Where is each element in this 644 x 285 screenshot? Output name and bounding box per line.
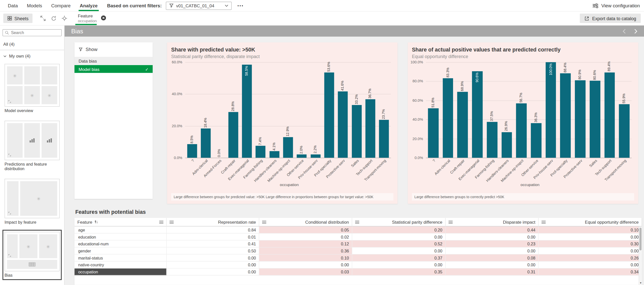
bar-Farming-fishing[interactable] (256, 146, 266, 158)
column-header-equal-opportunity-difference[interactable]: Equal opportunity difference (539, 218, 642, 226)
bar-Priv-house-serv[interactable] (546, 62, 556, 158)
sheet-card-predictions[interactable]: Predictions and feature distribution (3, 118, 62, 173)
close-tab-icon[interactable] (101, 15, 106, 20)
bar-Machine-op-inspct[interactable] (283, 137, 293, 158)
plot-area[interactable]: 8.5%18.4%0.0%28.8%58.5%7.4%4.1%12.9%2.0%… (185, 62, 391, 158)
bar-?[interactable] (187, 144, 197, 158)
bar-Sales[interactable] (352, 105, 361, 158)
export-data-button[interactable]: Export data to catalog (580, 14, 640, 23)
column-header-feature[interactable]: Feature (74, 218, 166, 226)
tab-compare[interactable]: Compare (47, 0, 75, 11)
sheet-card-bias[interactable]: Bias (3, 230, 62, 280)
bar-Craft-repair[interactable] (228, 112, 238, 158)
tab-data[interactable]: Data (3, 0, 22, 11)
sheet-card-model-overview[interactable]: Model overview (3, 62, 62, 115)
next-sheet-icon[interactable] (634, 29, 637, 34)
object-corner-icon (8, 153, 11, 156)
sheets-button-label: Sheets (14, 16, 29, 21)
feature-cell[interactable]: occupation (74, 269, 166, 276)
tab-analyze[interactable]: Analyze (75, 0, 102, 11)
feature-tab[interactable]: Feature occupation (75, 12, 110, 25)
previous-sheet-icon[interactable] (623, 29, 626, 34)
bar-Handlers-cleaners[interactable] (269, 151, 279, 158)
bar-Transport-moving[interactable] (619, 104, 630, 158)
sheet-thumbnail (5, 64, 60, 107)
column-menu-icon[interactable] (170, 221, 174, 223)
feature-cell[interactable]: educational-num (74, 241, 166, 248)
fit-to-screen-icon[interactable] (38, 14, 47, 23)
target-tool-icon[interactable] (60, 14, 69, 23)
bar-value-label: 80.9% (578, 70, 582, 80)
bar-Priv-house-serv[interactable] (311, 154, 320, 158)
bar-Handlers-cleaners[interactable] (501, 132, 512, 158)
bar-Exec-managerial[interactable] (472, 71, 483, 158)
value-cell: 0.52 (352, 241, 445, 248)
sliders-icon (593, 3, 598, 8)
chart-placeholder-icon (37, 195, 41, 202)
table-row-native-country[interactable]: native-country0.000.000.000.000.00 (74, 262, 642, 269)
bar-Tech-support[interactable] (604, 72, 615, 158)
table-scrollbar[interactable]: ▼ (639, 226, 642, 285)
bar-Protective-serv[interactable] (575, 81, 585, 158)
sheet-label: Model overview (5, 108, 60, 113)
column-header-disparate-impact[interactable]: Disparate impact (446, 218, 539, 226)
refresh-icon[interactable] (49, 14, 58, 23)
scrollbar-down-arrow[interactable]: ▼ (639, 282, 642, 284)
group-my-own[interactable]: My own (4) (3, 54, 62, 62)
sheets-button[interactable]: Sheets (3, 14, 33, 23)
column-menu-icon[interactable] (262, 221, 266, 223)
bar-Exec-managerial[interactable] (242, 65, 252, 158)
table-row-marital-status[interactable]: marital-status0.000.100.370.080.26 (74, 254, 642, 262)
bar-Prof-specialty[interactable] (560, 73, 571, 158)
show-item-model-bias[interactable]: Model bias (74, 65, 153, 73)
bar-Protective-serv[interactable] (338, 91, 348, 158)
export-icon (584, 16, 589, 21)
bar-Machine-op-inspct[interactable] (516, 103, 527, 158)
search-box[interactable] (3, 29, 62, 36)
feature-cell[interactable]: native-country (74, 262, 166, 269)
more-options-button[interactable]: ••• (237, 4, 244, 8)
bar-Adm-clerical[interactable] (201, 128, 211, 158)
column-menu-icon[interactable] (159, 221, 163, 223)
table-row-gender[interactable]: gender0.500.360.000.000.00 (74, 247, 642, 254)
y-axis-labels: 0.0%20.0%40.0%60.0% (171, 62, 185, 158)
bar-Other-service[interactable] (531, 123, 541, 158)
column-menu-icon[interactable] (355, 221, 359, 223)
table-row-occupation[interactable]: occupation0.000.030.350.310.34 (74, 269, 642, 276)
value-cell: 0.00 (167, 254, 259, 262)
sheet-card-impact-by-feature[interactable]: Impact by feature (3, 176, 62, 226)
view-configuration-label: View configuration (601, 3, 640, 8)
column-menu-icon[interactable] (449, 221, 453, 223)
sheets-filter-all[interactable]: All (4) (3, 41, 62, 50)
bar-Sales[interactable] (590, 81, 600, 158)
column-header-representation-rate[interactable]: Representation rate (167, 218, 259, 226)
bar-Adm-clerical[interactable] (443, 78, 453, 158)
table-row-education[interactable]: education0.010.020.000.000.00 (74, 234, 642, 241)
view-configuration-button[interactable]: View configuration (593, 3, 640, 8)
show-item-data-bias[interactable]: Data bias (74, 57, 153, 65)
bar-Prof-specialty[interactable] (324, 72, 334, 158)
sheet-thumbnail (5, 120, 60, 160)
column-header-statistical-parity-difference[interactable]: Statistical parity difference (352, 218, 445, 226)
table-row-age[interactable]: age0.840.050.200.440.10 (74, 226, 642, 234)
scrollbar-thumb[interactable] (639, 228, 641, 250)
search-input[interactable] (11, 31, 59, 35)
chart-placeholder-icon (47, 91, 51, 99)
bar-Farming-fishing[interactable] (487, 122, 497, 158)
bar-Tech-support[interactable] (366, 99, 375, 158)
tab-models[interactable]: Models (22, 0, 47, 11)
bar-Other-service[interactable] (297, 154, 307, 158)
feature-cell[interactable]: gender (74, 247, 166, 254)
bar-Craft-repair[interactable] (457, 92, 468, 158)
bar-?[interactable] (428, 108, 439, 158)
bar-Transport-moving[interactable] (379, 120, 389, 158)
column-header-conditional-distribution[interactable]: Conditional distribution (259, 218, 352, 226)
feature-cell[interactable]: education (74, 234, 166, 241)
column-menu-icon[interactable] (542, 221, 546, 223)
sheet-content: Show Data biasModel bias Share with pred… (65, 37, 644, 285)
table-row-educational-num[interactable]: educational-num0.410.120.520.230.30 (74, 241, 642, 248)
plot-area[interactable]: 51.8%83.3%68.9%90.6%37.5%26.9%56.7%36.3%… (426, 62, 632, 158)
filter-dropdown[interactable]: v01_CATBC_01_04 (166, 2, 232, 10)
feature-cell[interactable]: age (74, 226, 166, 234)
feature-cell[interactable]: marital-status (74, 254, 166, 262)
